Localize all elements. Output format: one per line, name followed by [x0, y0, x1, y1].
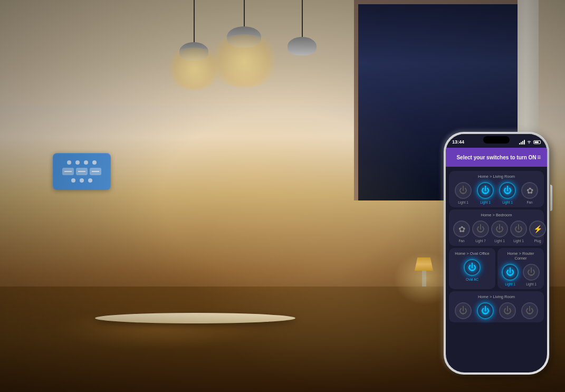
bedroom-plug[interactable]: ⚡ — [529, 221, 546, 237]
switch-label: Light 1 — [494, 239, 505, 243]
switch-item: ⏻ — [477, 302, 494, 319]
living-room-2-label: Home > Living Room — [453, 294, 540, 299]
power-icon: ⏻ — [525, 306, 534, 315]
switch-touch-row — [62, 168, 101, 175]
switch-label: Light 1 — [458, 200, 468, 204]
switch-dots-row — [67, 160, 97, 165]
switch-label: Fan — [526, 200, 532, 204]
power-icon: ⏻ — [481, 186, 490, 195]
power-button-light1-inactive[interactable]: ⏻ — [455, 182, 472, 199]
pendant-light-1 — [179, 0, 208, 61]
switch-item: ⏻ Light 1 — [477, 182, 494, 204]
pendant-cord — [194, 0, 195, 42]
pendant-light-2 — [227, 0, 261, 47]
lr2-switch4[interactable]: ⏻ — [521, 302, 538, 319]
lr2-switch3[interactable]: ⏻ — [499, 302, 516, 319]
oval-office-label: Home > Oval Office — [452, 251, 492, 256]
touch-line — [78, 171, 85, 172]
oval-ac-button[interactable]: ⏻ — [464, 259, 481, 276]
switch-dot — [67, 160, 71, 165]
switch-dots-row-2 — [71, 178, 92, 183]
switch-item: ⏻ — [499, 302, 516, 319]
bedroom-light1b[interactable]: ⏻ — [510, 221, 527, 237]
power-icon: ⏻ — [514, 224, 523, 234]
switch-dot — [71, 178, 75, 183]
living-room-switches: ⏻ Light 1 ⏻ Light 1 — [453, 182, 540, 204]
bedroom-switches: ✿ Fan ⏻ Light 7 ⏻ — [453, 221, 540, 243]
living-room-2-section: Home > Living Room ⏻ ⏻ — [449, 291, 544, 322]
router-light1-inactive[interactable]: ⏻ — [523, 264, 540, 281]
bedroom-light1[interactable]: ⏻ — [491, 221, 508, 237]
fan-icon: ✿ — [458, 224, 465, 234]
power-icon: ⏻ — [495, 224, 504, 234]
router-corner-section: Home > Router Corner ⏻ Light 1 ⏻ — [497, 248, 544, 289]
switch-touch-3[interactable] — [90, 168, 101, 175]
router-corner-label: Home > Router Corner — [501, 251, 541, 261]
switch-item: ⏻ Light 7 — [472, 221, 489, 243]
switch-label: Oval AC — [466, 278, 478, 281]
switch-label: Light 7 — [475, 239, 486, 243]
menu-icon[interactable]: ≡ — [537, 154, 541, 161]
switch-dot — [88, 178, 92, 183]
battery-icon — [533, 140, 541, 144]
table-lamp — [415, 257, 433, 286]
switch-dot — [92, 160, 97, 165]
switch-label: Light 1 — [505, 282, 515, 286]
status-time: 13:44 — [452, 139, 464, 145]
pendant-cord-3 — [302, 0, 303, 37]
bedroom-fan-button[interactable]: ✿ — [453, 221, 470, 237]
signal-bar-4 — [524, 140, 525, 145]
switch-label: Light 1 — [513, 239, 524, 243]
pendant-cord-2 — [244, 0, 245, 26]
power-button-light1-active[interactable]: ⏻ — [477, 182, 494, 199]
wall-switch-panel — [53, 153, 111, 190]
switch-item: ✿ Fan — [453, 221, 470, 243]
switch-item: ⏻ Oval AC — [464, 259, 481, 281]
two-col-sections: Home > Oval Office ⏻ Oval AC H — [449, 248, 544, 289]
power-icon: ⏻ — [476, 224, 485, 234]
app-title: Select your switches to turn ON — [456, 155, 537, 160]
switch-item: ✿ Fan — [521, 182, 538, 204]
dynamic-island — [483, 136, 510, 144]
lr2-switch2[interactable]: ⏻ — [477, 302, 494, 319]
lr2-switch1[interactable]: ⏻ — [455, 302, 472, 319]
oval-office-switches: ⏻ Oval AC — [452, 259, 492, 281]
signal-bars — [519, 140, 525, 145]
router-corner-switches: ⏻ Light 1 ⏻ Light 1 — [501, 264, 541, 286]
app-content: Home > Living Room ⏻ Light 1 ⏻ — [446, 167, 547, 327]
switch-item: ⏻ — [521, 302, 538, 319]
switch-item: ⏻ — [455, 302, 472, 319]
power-icon: ⏻ — [481, 306, 490, 315]
lamp-base — [422, 271, 426, 286]
oval-office-section: Home > Oval Office ⏻ Oval AC — [449, 248, 495, 289]
switch-dot — [84, 160, 88, 165]
bedroom-label: Home > Bedroom — [453, 213, 540, 217]
signal-bar-1 — [519, 143, 520, 145]
switch-dot — [75, 160, 80, 165]
living-room-2-switches: ⏻ ⏻ ⏻ — [453, 302, 540, 319]
fan-button[interactable]: ✿ — [521, 182, 538, 199]
switch-touch-1[interactable] — [62, 168, 74, 175]
bedroom-light7[interactable]: ⏻ — [472, 221, 489, 237]
pendant-shade-3 — [288, 37, 317, 55]
switch-item: ⏻ Light 1 — [455, 182, 472, 204]
touch-line — [92, 171, 99, 172]
pendant-glow-2 — [205, 34, 284, 87]
pendant-light-3 — [288, 0, 317, 55]
signal-bar-3 — [522, 141, 523, 145]
wifi-icon — [526, 140, 532, 144]
phone-side-button[interactable] — [550, 185, 552, 211]
switch-label: Light 1 — [480, 200, 491, 204]
power-icon: ⏻ — [506, 267, 514, 277]
router-light1-active[interactable]: ⏻ — [502, 264, 519, 281]
touch-line — [64, 171, 72, 172]
power-button-light1-active2[interactable]: ⏻ — [499, 182, 516, 199]
power-icon: ⏻ — [503, 186, 512, 195]
bedroom-section: Home > Bedroom ✿ Fan ⏻ Light 7 — [449, 209, 544, 246]
fan-icon: ✿ — [526, 186, 533, 196]
switch-item: ⏻ Light 1 — [502, 264, 519, 286]
lamp-shade — [415, 257, 433, 271]
switch-label: Fan — [458, 239, 464, 243]
switch-touch-2[interactable] — [76, 168, 88, 175]
switch-label: Plug — [534, 239, 541, 243]
